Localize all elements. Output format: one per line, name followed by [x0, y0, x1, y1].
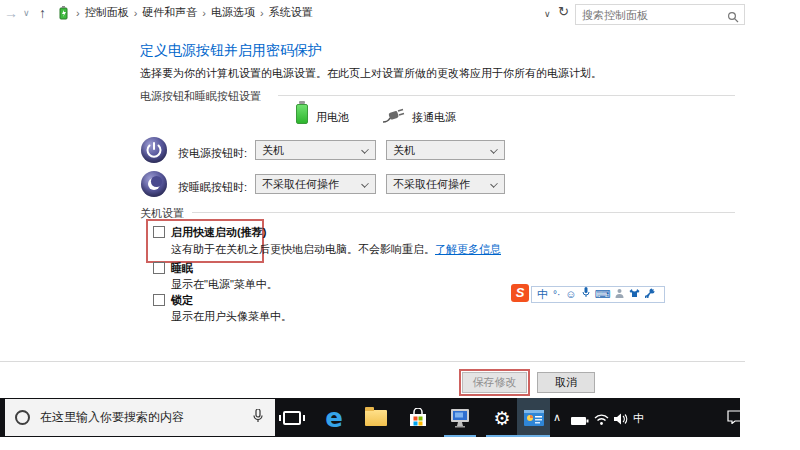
taskbar-active-underline	[444, 435, 476, 437]
power-button-battery-select[interactable]: 关机	[255, 140, 376, 160]
select-value: 不采取任何操作	[393, 177, 470, 192]
footer-divider	[0, 361, 745, 362]
microphone-icon[interactable]	[582, 287, 590, 302]
page-description: 选择要为你的计算机设置的电源设置。在此页上对设置所做的更改将应用于你所有的电源计…	[140, 66, 602, 81]
learn-more-link[interactable]: 了解更多信息	[435, 243, 501, 255]
breadcrumb-system-settings[interactable]: 系统设置	[269, 5, 313, 20]
sleep-button-row-label: 按睡眠按钮时:	[178, 180, 247, 195]
breadcrumb-separator: ›	[134, 7, 138, 19]
page-title: 定义电源按钮并启用密码保护	[140, 42, 322, 60]
select-value: 关机	[393, 143, 415, 158]
task-view-button[interactable]	[272, 398, 312, 437]
taskbar-active-underline	[517, 435, 550, 437]
breadcrumb-control-panel[interactable]: 控制面板	[85, 5, 129, 20]
lock-option-label[interactable]: 锁定	[171, 293, 193, 308]
search-input[interactable]	[582, 6, 722, 23]
sleep-button-ac-select[interactable]: 不采取任何操作	[386, 174, 505, 194]
group-divider	[192, 212, 735, 213]
chevron-down-icon	[361, 180, 369, 188]
sleep-option-description: 显示在"电源"菜单中。	[171, 277, 278, 292]
file-explorer-button[interactable]	[356, 398, 396, 437]
fast-startup-description: 这有助于在关机之后更快地启动电脑。不会影响重启。了解更多信息	[171, 242, 501, 257]
chevron-down-icon	[490, 146, 498, 154]
taskbar-active-underline	[486, 435, 518, 437]
control-panel-icon	[524, 410, 544, 426]
fast-startup-label[interactable]: 启用快速启动(推荐)	[171, 225, 266, 240]
emoji-icon[interactable]: ☺	[565, 287, 576, 302]
tray-input-language-indicator[interactable]: 中	[633, 411, 644, 426]
taskbar-search-box[interactable]: 在这里输入你要搜索的内容	[5, 399, 275, 436]
control-panel-window: → ∨ ↑ › 控制面板 › 硬件和声音 › 电源选项 › 系统设置 ∨ ↻ 定…	[0, 0, 745, 437]
breadcrumb-hardware-sound[interactable]: 硬件和声音	[142, 5, 197, 20]
breadcrumb: › 控制面板 › 硬件和声音 › 电源选项 › 系统设置	[56, 5, 313, 20]
edge-taskbar-button[interactable]: e	[314, 398, 354, 437]
keyboard-icon[interactable]: ⌨	[595, 287, 611, 302]
power-options-icon	[56, 5, 71, 20]
microsoft-store-button[interactable]	[398, 398, 438, 437]
power-button-ac-select[interactable]: 关机	[386, 140, 505, 160]
task-view-icon	[283, 411, 301, 425]
wrench-icon[interactable]	[645, 287, 655, 302]
address-bar: → ∨ ↑ › 控制面板 › 硬件和声音 › 电源选项 › 系统设置 ∨ ↻	[0, 0, 745, 28]
edge-icon: e	[325, 403, 343, 433]
system-window-button[interactable]	[440, 398, 480, 437]
taskbar: 在这里输入你要搜索的内容 e ⚙ ∧	[0, 398, 740, 437]
sogou-logo-icon[interactable]: S	[511, 284, 529, 302]
chevron-down-icon	[490, 180, 498, 188]
person-icon[interactable]	[615, 287, 624, 302]
control-panel-taskbar-button-active[interactable]	[517, 398, 550, 437]
address-dropdown-icon[interactable]: ∨	[544, 9, 551, 19]
breadcrumb-separator: ›	[260, 7, 264, 19]
group-divider	[278, 95, 735, 96]
action-center-icon[interactable]	[727, 410, 742, 428]
column-on-battery: 用电池	[316, 110, 349, 125]
gear-icon: ⚙	[493, 407, 510, 429]
fast-startup-checkbox[interactable]	[153, 226, 165, 238]
sleep-button-battery-select[interactable]: 不采取任何操作	[255, 174, 376, 194]
file-explorer-icon	[365, 410, 387, 426]
power-buttons-group-header: 电源按钮和睡眠按钮设置	[140, 89, 261, 104]
search-mic-icon[interactable]	[253, 409, 263, 427]
column-plugged-in: 接通电源	[412, 110, 456, 125]
history-chevron-icon[interactable]: ∨	[23, 8, 30, 18]
up-arrow-icon[interactable]: ↑	[39, 5, 46, 21]
tray-volume-icon[interactable]	[614, 411, 628, 429]
power-button-icon	[141, 137, 167, 163]
search-icon[interactable]	[727, 9, 739, 27]
lock-checkbox[interactable]	[153, 294, 165, 306]
cancel-button[interactable]: 取消	[537, 372, 595, 393]
refresh-icon[interactable]: ↻	[558, 4, 569, 19]
punctuation-icon[interactable]: °·	[553, 287, 560, 302]
ime-toolbar: 中 °· ☺ ⌨	[531, 286, 665, 303]
tray-battery-icon[interactable]	[571, 412, 589, 430]
breadcrumb-separator: ›	[202, 7, 206, 19]
plug-icon	[382, 108, 406, 128]
chinese-mode-icon[interactable]: 中	[537, 287, 548, 302]
cortana-icon	[15, 410, 30, 425]
fast-startup-description-text: 这有助于在关机之后更快地启动电脑。不会影响重启。	[171, 243, 435, 255]
hidden-icons-chevron-icon[interactable]: ∧	[553, 411, 561, 424]
settings-button[interactable]: ⚙	[482, 398, 522, 437]
microsoft-store-icon	[408, 408, 428, 428]
save-changes-button[interactable]: 保存修改	[462, 372, 527, 393]
sleep-button-icon	[141, 171, 167, 197]
computer-monitor-icon	[449, 408, 471, 428]
breadcrumb-separator: ›	[76, 7, 80, 19]
tray-wifi-icon[interactable]	[594, 411, 609, 429]
lock-option-description: 显示在用户头像菜单中。	[171, 309, 292, 324]
breadcrumb-power-options[interactable]: 电源选项	[211, 5, 255, 20]
taskbar-search-placeholder: 在这里输入你要搜索的内容	[40, 409, 253, 426]
select-value: 不采取任何操作	[262, 177, 339, 192]
control-panel-search	[575, 4, 745, 25]
power-button-row-label: 按电源按钮时:	[178, 146, 247, 161]
battery-icon	[296, 104, 308, 124]
skin-icon[interactable]	[629, 287, 640, 302]
sleep-checkbox[interactable]	[153, 262, 165, 274]
forward-arrow-icon[interactable]: →	[4, 5, 18, 21]
sleep-option-label[interactable]: 睡眠	[171, 261, 193, 276]
select-value: 关机	[262, 143, 284, 158]
desktop-screenshot: → ∨ ↑ › 控制面板 › 硬件和声音 › 电源选项 › 系统设置 ∨ ↻ 定…	[0, 0, 800, 450]
chevron-down-icon	[361, 146, 369, 154]
